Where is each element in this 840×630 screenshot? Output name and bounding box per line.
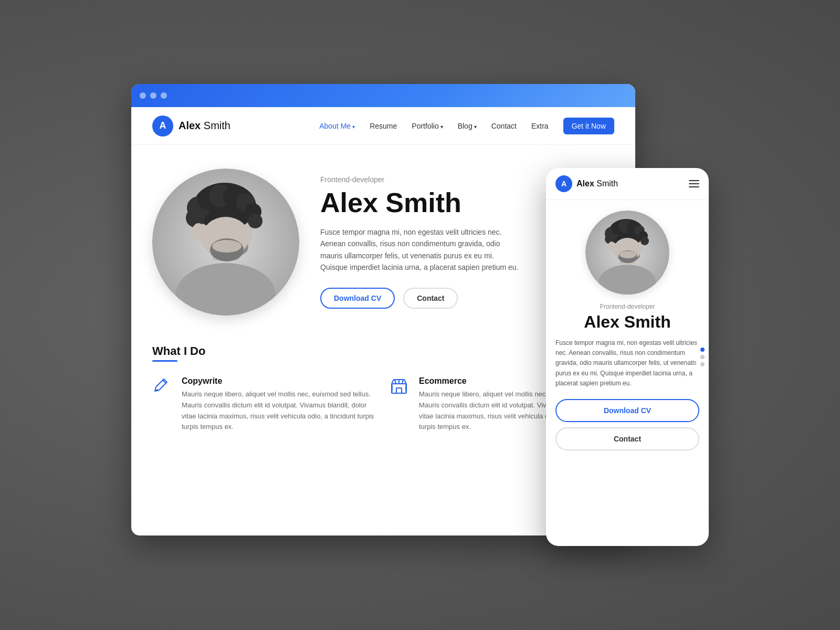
download-cv-button[interactable]: Download CV xyxy=(320,288,395,309)
mobile-avatar-svg xyxy=(585,211,669,295)
svg-point-36 xyxy=(640,237,649,245)
svg-rect-19 xyxy=(396,388,402,393)
pencil-icon-svg xyxy=(152,376,171,395)
nav-links-list: About Me▾ Resume Portfolio▾ Blog▾ xyxy=(319,121,614,131)
scroll-dot-3 xyxy=(700,362,705,366)
scene-container: A Alex Smith About Me▾ Resume xyxy=(131,84,709,546)
store-icon-svg xyxy=(390,376,408,395)
mobile-logo-letter: A xyxy=(561,180,566,188)
ecommerce-icon xyxy=(390,376,411,397)
logo-name: Alex Smith xyxy=(178,120,230,132)
hamburger-menu-button[interactable] xyxy=(689,180,699,187)
nav-link-resume[interactable]: Resume xyxy=(370,122,397,130)
logo-avatar: A xyxy=(152,116,173,136)
browser-dot-2 xyxy=(150,92,156,99)
svg-line-20 xyxy=(395,380,396,384)
nav-item-extra[interactable]: Extra xyxy=(531,121,549,131)
nav-arrow-about: ▾ xyxy=(352,124,355,130)
svg-point-13 xyxy=(248,214,262,228)
hamburger-line-1 xyxy=(689,180,699,181)
svg-line-21 xyxy=(402,380,403,384)
mobile-contact-button[interactable]: Contact xyxy=(555,427,699,450)
logo-name-bold: Alex xyxy=(178,120,201,131)
scroll-dot-2 xyxy=(700,355,705,359)
nav-item-getit[interactable]: Get it Now xyxy=(563,121,614,131)
service-copywrite-text: Copywrite Mauris neque libero, aliquet v… xyxy=(182,376,377,433)
hero-avatar-container xyxy=(152,169,299,316)
scroll-dot-1 xyxy=(700,348,705,352)
mobile-name-heading: Alex Smith xyxy=(584,312,670,332)
nav-link-about[interactable]: About Me▾ xyxy=(319,122,355,130)
nav-link-contact[interactable]: Contact xyxy=(491,122,517,130)
section-title-underline xyxy=(152,360,177,362)
nav-item-portfolio[interactable]: Portfolio▾ xyxy=(412,121,443,131)
mobile-mockup: A Alex Smith xyxy=(546,168,709,546)
nav-item-resume[interactable]: Resume xyxy=(370,121,397,131)
copywrite-icon xyxy=(152,376,173,397)
logo-letter: A xyxy=(160,120,166,131)
browser-dot-3 xyxy=(161,92,167,99)
nav-item-about[interactable]: About Me▾ xyxy=(319,121,355,131)
nav-link-getit[interactable]: Get it Now xyxy=(563,118,614,134)
browser-chrome-bar xyxy=(131,84,635,107)
nav-link-blog[interactable]: Blog▾ xyxy=(458,122,477,130)
hero-description: Fusce tempor magna mi, non egestas velit… xyxy=(320,226,520,274)
mobile-role-label: Frontend-developer xyxy=(600,303,655,310)
mobile-logo-rest: Smith xyxy=(594,179,618,188)
mobile-description: Fusce tempor magna mi, non egestas velit… xyxy=(555,338,699,388)
contact-button[interactable]: Contact xyxy=(403,288,458,309)
what-i-do-title: What I Do xyxy=(152,344,614,358)
browser-dot-1 xyxy=(140,92,146,99)
mobile-logo-name: Alex Smith xyxy=(576,179,618,188)
desktop-navbar: A Alex Smith About Me▾ Resume xyxy=(131,107,635,145)
hamburger-line-2 xyxy=(689,183,699,184)
svg-point-40 xyxy=(620,251,636,258)
nav-link-portfolio[interactable]: Portfolio▾ xyxy=(412,122,443,130)
nav-item-blog[interactable]: Blog▾ xyxy=(458,121,477,131)
copywrite-desc: Mauris neque libero, aliquet vel mollis … xyxy=(182,389,377,433)
svg-point-17 xyxy=(212,240,242,253)
services-grid: Copywrite Mauris neque libero, aliquet v… xyxy=(152,376,614,433)
mobile-download-cv-button[interactable]: Download CV xyxy=(555,399,699,422)
hero-avatar-person xyxy=(152,169,299,316)
service-copywrite: Copywrite Mauris neque libero, aliquet v… xyxy=(152,376,377,433)
hamburger-line-3 xyxy=(689,186,699,187)
hero-avatar-svg xyxy=(152,169,299,316)
mobile-logo-avatar: A xyxy=(555,175,572,192)
mobile-logo-bold: Alex xyxy=(576,179,594,188)
mobile-avatar-container xyxy=(585,211,669,295)
mobile-navbar: A Alex Smith xyxy=(546,168,709,200)
logo-name-rest: Smith xyxy=(201,120,230,131)
nav-item-contact[interactable]: Contact xyxy=(491,121,517,131)
mobile-hero-section: Frontend-developer Alex Smith Fusce temp… xyxy=(546,200,709,459)
nav-link-extra[interactable]: Extra xyxy=(531,122,549,130)
mobile-scroll-indicator xyxy=(696,342,709,372)
nav-arrow-blog: ▾ xyxy=(474,124,477,130)
nav-arrow-portfolio: ▾ xyxy=(440,124,443,130)
copywrite-name: Copywrite xyxy=(182,376,377,386)
